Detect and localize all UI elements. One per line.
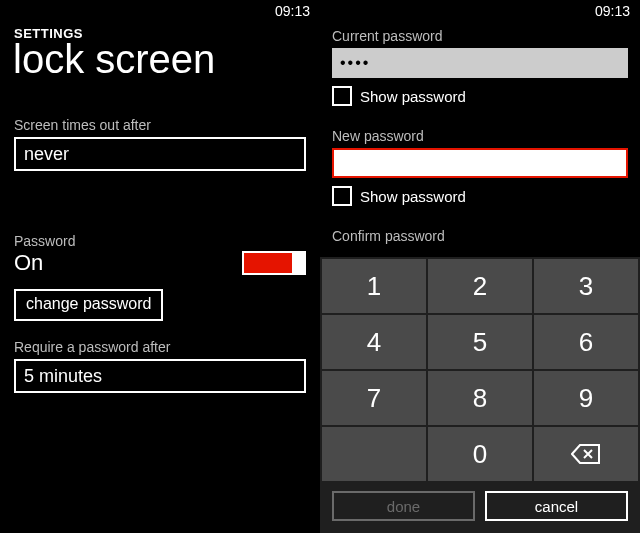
status-bar: 09:13 (320, 0, 640, 20)
key-0[interactable]: 0 (428, 427, 532, 481)
require-value: 5 minutes (24, 366, 102, 387)
toggle-fill (244, 253, 292, 273)
key-1[interactable]: 1 (322, 259, 426, 313)
change-password-button[interactable]: change password (14, 289, 163, 321)
show-new-password-label: Show password (360, 188, 466, 205)
show-new-password-checkbox[interactable] (332, 186, 352, 206)
timeout-label: Screen times out after (0, 117, 320, 137)
settings-lock-screen: 09:13 SETTINGS lock screen Screen times … (0, 0, 320, 533)
backspace-icon (571, 443, 601, 465)
done-button[interactable]: done (332, 491, 475, 521)
status-bar: 09:13 (0, 0, 320, 20)
current-password-value: •••• (340, 54, 370, 72)
change-password-screen: 09:13 Current password •••• Show passwor… (320, 0, 640, 533)
key-6[interactable]: 6 (534, 315, 638, 369)
password-state: On (14, 251, 75, 275)
show-current-password-row[interactable]: Show password (320, 78, 640, 106)
key-8[interactable]: 8 (428, 371, 532, 425)
toggle-thumb (292, 253, 304, 273)
current-password-label: Current password (320, 28, 640, 48)
key-7[interactable]: 7 (322, 371, 426, 425)
key-backspace[interactable] (534, 427, 638, 481)
current-password-input[interactable]: •••• (332, 48, 628, 78)
confirm-password-label: Confirm password (320, 228, 640, 248)
key-5[interactable]: 5 (428, 315, 532, 369)
key-blank (322, 427, 426, 481)
timeout-value: never (24, 144, 69, 165)
show-new-password-row[interactable]: Show password (320, 178, 640, 206)
password-label: Password (14, 233, 75, 249)
clock: 09:13 (275, 3, 310, 19)
show-current-password-checkbox[interactable] (332, 86, 352, 106)
key-2[interactable]: 2 (428, 259, 532, 313)
clock: 09:13 (595, 3, 630, 19)
numeric-keypad: 1 2 3 4 5 6 7 8 9 0 done (320, 257, 640, 533)
new-password-input[interactable] (332, 148, 628, 178)
password-toggle[interactable] (242, 251, 306, 275)
key-3[interactable]: 3 (534, 259, 638, 313)
cancel-button[interactable]: cancel (485, 491, 628, 521)
show-current-password-label: Show password (360, 88, 466, 105)
require-label: Require a password after (0, 339, 320, 359)
key-4[interactable]: 4 (322, 315, 426, 369)
page-title: lock screen (0, 39, 320, 79)
timeout-select[interactable]: never (14, 137, 306, 171)
new-password-label: New password (320, 128, 640, 148)
require-select[interactable]: 5 minutes (14, 359, 306, 393)
key-9[interactable]: 9 (534, 371, 638, 425)
